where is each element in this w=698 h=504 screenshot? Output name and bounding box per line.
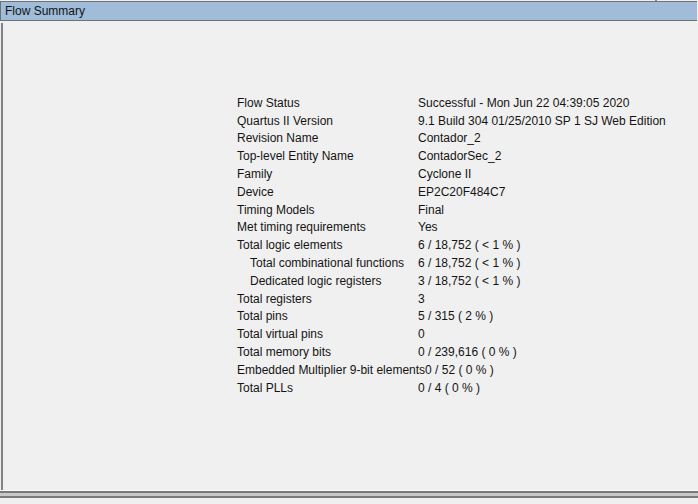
report-row: Top-level Entity NameContadorSec_2 bbox=[237, 147, 677, 165]
row-label: Timing Models bbox=[237, 203, 418, 217]
row-value: ContadorSec_2 bbox=[418, 149, 677, 163]
flow-summary-pane: Flow Summary Flow StatusSuccessful - Mon… bbox=[0, 0, 698, 504]
report-row: FamilyCyclone II bbox=[237, 165, 677, 183]
row-label: Total pins bbox=[237, 309, 418, 323]
row-label: Total combinational functions bbox=[237, 256, 418, 270]
report-row: Total PLLs0 / 4 ( 0 % ) bbox=[237, 379, 677, 397]
report-row: Quartus II Version9.1 Build 304 01/25/20… bbox=[237, 112, 677, 130]
row-label: Quartus II Version bbox=[237, 114, 418, 128]
row-label: Revision Name bbox=[237, 131, 418, 145]
row-value: 3 / 18,752 ( < 1 % ) bbox=[418, 274, 677, 288]
report-row: Timing ModelsFinal bbox=[237, 201, 677, 219]
pane-left-border bbox=[1, 23, 3, 490]
row-value: 5 / 315 ( 2 % ) bbox=[418, 309, 677, 323]
row-value: 6 / 18,752 ( < 1 % ) bbox=[418, 238, 677, 252]
report-row: Total pins5 / 315 ( 2 % ) bbox=[237, 308, 677, 326]
report-row: Total registers3 bbox=[237, 290, 677, 308]
pane-title: Flow Summary bbox=[5, 4, 85, 18]
row-value: 0 / 239,616 ( 0 % ) bbox=[418, 345, 677, 359]
bottom-frame-strip bbox=[0, 498, 698, 504]
report-row: Total virtual pins0 bbox=[237, 325, 677, 343]
report-row: Flow StatusSuccessful - Mon Jun 22 04:39… bbox=[237, 94, 677, 112]
row-value: 0 / 52 ( 0 % ) bbox=[425, 363, 677, 377]
flow-summary-table: Flow StatusSuccessful - Mon Jun 22 04:39… bbox=[237, 94, 677, 397]
report-row: Total memory bits0 / 239,616 ( 0 % ) bbox=[237, 343, 677, 361]
row-label: Total PLLs bbox=[237, 381, 418, 395]
row-label: Dedicated logic registers bbox=[237, 274, 418, 288]
row-label: Total virtual pins bbox=[237, 327, 418, 341]
row-value: Contador_2 bbox=[418, 131, 677, 145]
row-value: EP2C20F484C7 bbox=[418, 185, 677, 199]
row-label: Top-level Entity Name bbox=[237, 149, 418, 163]
report-row: Total logic elements6 / 18,752 ( < 1 % ) bbox=[237, 236, 677, 254]
row-value: 6 / 18,752 ( < 1 % ) bbox=[418, 256, 677, 270]
row-value: 0 bbox=[418, 327, 677, 341]
report-row: Embedded Multiplier 9-bit elements0 / 52… bbox=[237, 361, 677, 379]
row-label: Total logic elements bbox=[237, 238, 418, 252]
pane-titlebar[interactable]: Flow Summary bbox=[0, 1, 697, 21]
row-label: Total registers bbox=[237, 292, 418, 306]
report-row: Revision NameContador_2 bbox=[237, 130, 677, 148]
row-label: Device bbox=[237, 185, 418, 199]
report-row: Dedicated logic registers3 / 18,752 ( < … bbox=[237, 272, 677, 290]
row-value: Final bbox=[418, 203, 677, 217]
row-value: Successful - Mon Jun 22 04:39:05 2020 bbox=[418, 96, 677, 110]
row-label: Met timing requirements bbox=[237, 220, 418, 234]
report-row: Total combinational functions6 / 18,752 … bbox=[237, 254, 677, 272]
row-value: 0 / 4 ( 0 % ) bbox=[418, 381, 677, 395]
row-value: Yes bbox=[418, 220, 677, 234]
row-value: 9.1 Build 304 01/25/2010 SP 1 SJ Web Edi… bbox=[418, 114, 677, 128]
row-label: Total memory bits bbox=[237, 345, 418, 359]
row-label: Flow Status bbox=[237, 96, 418, 110]
row-value: Cyclone II bbox=[418, 167, 677, 181]
row-label: Embedded Multiplier 9-bit elements bbox=[237, 363, 425, 377]
report-row: Met timing requirementsYes bbox=[237, 219, 677, 237]
report-row: DeviceEP2C20F484C7 bbox=[237, 183, 677, 201]
row-label: Family bbox=[237, 167, 418, 181]
row-value: 3 bbox=[418, 292, 677, 306]
